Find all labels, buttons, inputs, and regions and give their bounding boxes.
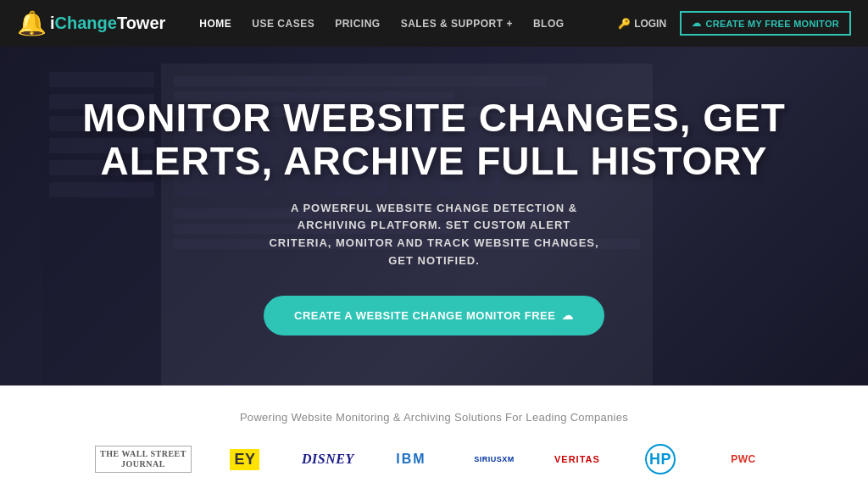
logo-veritas: VERITAS [548, 444, 607, 474]
login-button[interactable]: 🔑 LOGIN [618, 18, 666, 30]
logos-row-1: THE WALL STREETJOURNAL EY Disney IBM Sir… [95, 444, 773, 474]
key-icon: 🔑 [618, 18, 631, 30]
logo-icon: 🔔 [17, 9, 47, 37]
hero-content: MONITOR WEBSITE CHANGES, GET ALERTS, ARC… [0, 47, 868, 385]
nav-sales-support[interactable]: SALES & SUPPORT + [401, 18, 513, 30]
nav-home[interactable]: HOME [199, 18, 231, 30]
nav-links: HOME USE CASES PRICING SALES & SUPPORT +… [199, 18, 618, 30]
logo[interactable]: 🔔 iChangeTower [17, 9, 165, 37]
hero-cta-button[interactable]: CREATE A WEBSITE CHANGE MONITOR FREE ☁ [264, 296, 604, 336]
hero-cta-label: CREATE A WEBSITE CHANGE MONITOR FREE [294, 309, 555, 322]
create-monitor-button[interactable]: ☁ CREATE MY FREE MONITOR [680, 11, 851, 36]
logos-grid: THE WALL STREETJOURNAL EY Disney IBM Sir… [34, 444, 834, 488]
nav-pricing[interactable]: PRICING [335, 18, 381, 30]
logo-siriusxm: SiriusXM [465, 444, 524, 474]
logo-wsj: THE WALL STREETJOURNAL [95, 444, 192, 474]
logo-hp: hp [631, 444, 690, 474]
create-monitor-label: CREATE MY FREE MONITOR [705, 19, 839, 29]
logo-text: iChangeTower [50, 14, 165, 33]
logo-disney: Disney [298, 444, 358, 474]
logo-pwc: pwc [714, 444, 773, 474]
hero-section: MONITOR WEBSITE CHANGES, GET ALERTS, ARC… [0, 47, 868, 385]
login-label: LOGIN [634, 18, 666, 30]
logo-ibm: IBM [381, 444, 441, 474]
nav-right: 🔑 LOGIN ☁ CREATE MY FREE MONITOR [618, 11, 851, 36]
nav-blog[interactable]: BLOG [533, 18, 565, 30]
logos-section: Powering Website Monitoring & Archiving … [0, 385, 868, 488]
nav-use-cases[interactable]: USE CASES [252, 18, 314, 30]
logo-ey: EY [215, 444, 275, 474]
hero-subtitle: A POWERFUL WEBSITE CHANGE DETECTION & AR… [264, 200, 604, 270]
cloud-icon: ☁ [692, 18, 701, 29]
navbar: 🔔 iChangeTower HOME USE CASES PRICING SA… [0, 0, 868, 47]
hero-title: MONITOR WEBSITE CHANGES, GET ALERTS, ARC… [17, 97, 851, 182]
monitor-icon: ☁ [562, 309, 574, 322]
logos-title: Powering Website Monitoring & Archiving … [34, 411, 834, 424]
